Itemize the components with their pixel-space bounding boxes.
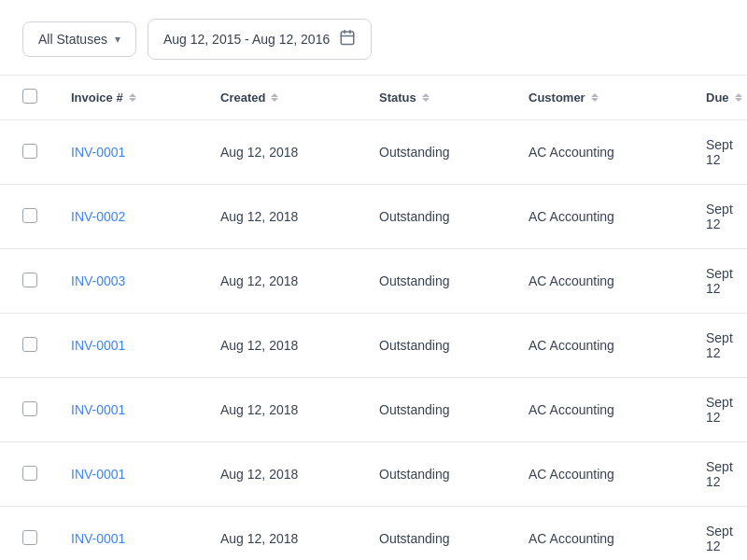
row-customer: AC Accounting <box>506 185 684 249</box>
row-checkbox-cell[interactable] <box>0 120 49 185</box>
row-invoice: INV-0001 <box>49 442 198 507</box>
table-row: INV-0001Aug 12, 2018OutstandingAC Accoun… <box>0 314 747 378</box>
row-due: Sept 12 <box>684 507 747 561</box>
row-checkbox[interactable] <box>22 273 37 287</box>
row-checkbox[interactable] <box>22 337 37 352</box>
row-due: Sept 12 <box>684 120 747 185</box>
filter-chevron-icon: ▾ <box>115 33 120 46</box>
header-customer-label: Customer <box>529 91 585 105</box>
row-invoice: INV-0003 <box>49 249 198 314</box>
row-customer: AC Accounting <box>506 249 684 314</box>
invoice-sort-icon <box>129 93 136 102</box>
row-status: Outstanding <box>357 442 506 507</box>
invoices-table: Invoice # Created <box>0 75 747 560</box>
row-checkbox-cell[interactable] <box>0 185 49 249</box>
table-row: INV-0001Aug 12, 2018OutstandingAC Accoun… <box>0 442 747 507</box>
row-created: Aug 12, 2018 <box>198 120 357 185</box>
filter-label: All Statuses <box>38 32 107 47</box>
row-customer: AC Accounting <box>506 378 684 442</box>
invoice-link[interactable]: INV-0001 <box>71 338 125 353</box>
row-checkbox-cell[interactable] <box>0 378 49 442</box>
header-invoice-label: Invoice # <box>71 91 123 105</box>
row-status: Outstanding <box>357 120 506 185</box>
table-row: INV-0001Aug 12, 2018OutstandingAC Accoun… <box>0 120 747 185</box>
status-filter-dropdown[interactable]: All Statuses ▾ <box>22 21 136 57</box>
row-created: Aug 12, 2018 <box>198 378 357 442</box>
created-sort-icon <box>271 93 278 102</box>
row-due: Sept 12 <box>684 378 747 442</box>
row-invoice: INV-0001 <box>49 120 198 185</box>
table-row: INV-0001Aug 12, 2018OutstandingAC Accoun… <box>0 507 747 561</box>
invoice-link[interactable]: INV-0003 <box>71 273 125 288</box>
svg-rect-0 <box>341 32 354 45</box>
row-checkbox-cell[interactable] <box>0 442 49 507</box>
invoice-link[interactable]: INV-0001 <box>71 531 125 546</box>
row-customer: AC Accounting <box>506 314 684 378</box>
header-status[interactable]: Status <box>357 76 506 120</box>
row-checkbox-cell[interactable] <box>0 249 49 314</box>
select-all-checkbox[interactable] <box>22 89 37 104</box>
row-invoice: INV-0001 <box>49 314 198 378</box>
row-customer: AC Accounting <box>506 442 684 507</box>
date-range-picker[interactable]: Aug 12, 2015 - Aug 12, 2016 <box>148 19 372 60</box>
row-due: Sept 12 <box>684 249 747 314</box>
date-range-label: Aug 12, 2015 - Aug 12, 2016 <box>163 32 330 47</box>
header-due[interactable]: Due <box>684 76 747 120</box>
row-customer: AC Accounting <box>506 507 684 561</box>
row-customer: AC Accounting <box>506 120 684 185</box>
row-created: Aug 12, 2018 <box>198 507 357 561</box>
row-checkbox[interactable] <box>22 466 37 481</box>
row-status: Outstanding <box>357 249 506 314</box>
main-container: All Statuses ▾ Aug 12, 2015 - Aug 12, 20… <box>0 0 747 560</box>
row-due: Sept 12 <box>684 442 747 507</box>
header-customer[interactable]: Customer <box>506 76 684 120</box>
row-created: Aug 12, 2018 <box>198 185 357 249</box>
toolbar: All Statuses ▾ Aug 12, 2015 - Aug 12, 20… <box>0 0 747 75</box>
row-checkbox[interactable] <box>22 144 37 159</box>
row-due: Sept 12 <box>684 185 747 249</box>
row-invoice: INV-0002 <box>49 185 198 249</box>
row-created: Aug 12, 2018 <box>198 314 357 378</box>
invoices-table-wrapper: Invoice # Created <box>0 75 747 560</box>
row-status: Outstanding <box>357 185 506 249</box>
row-checkbox[interactable] <box>22 208 37 223</box>
header-checkbox-cell[interactable] <box>0 76 49 120</box>
row-created: Aug 12, 2018 <box>198 442 357 507</box>
row-status: Outstanding <box>357 314 506 378</box>
invoice-link[interactable]: INV-0001 <box>71 145 125 160</box>
customer-sort-icon <box>591 93 599 102</box>
row-status: Outstanding <box>357 378 506 442</box>
table-row: INV-0003Aug 12, 2018OutstandingAC Accoun… <box>0 249 747 314</box>
row-status: Outstanding <box>357 507 506 561</box>
header-invoice[interactable]: Invoice # <box>49 76 198 120</box>
row-due: Sept 12 <box>684 314 747 378</box>
row-invoice: INV-0001 <box>49 378 198 442</box>
invoice-link[interactable]: INV-0001 <box>71 467 125 482</box>
table-row: INV-0002Aug 12, 2018OutstandingAC Accoun… <box>0 185 747 249</box>
row-checkbox[interactable] <box>22 530 37 545</box>
status-sort-icon <box>422 93 430 102</box>
calendar-icon <box>339 29 356 49</box>
row-checkbox-cell[interactable] <box>0 507 49 561</box>
row-created: Aug 12, 2018 <box>198 249 357 314</box>
table-header-row: Invoice # Created <box>0 76 747 120</box>
invoice-link[interactable]: INV-0001 <box>71 402 125 417</box>
header-due-label: Due <box>706 91 729 105</box>
header-created[interactable]: Created <box>198 76 357 120</box>
invoice-link[interactable]: INV-0002 <box>71 209 125 224</box>
row-invoice: INV-0001 <box>49 507 198 561</box>
table-row: INV-0001Aug 12, 2018OutstandingAC Accoun… <box>0 378 747 442</box>
row-checkbox[interactable] <box>22 401 37 416</box>
header-created-label: Created <box>220 91 265 105</box>
due-sort-icon <box>735 93 742 102</box>
header-status-label: Status <box>379 91 416 105</box>
row-checkbox-cell[interactable] <box>0 314 49 378</box>
